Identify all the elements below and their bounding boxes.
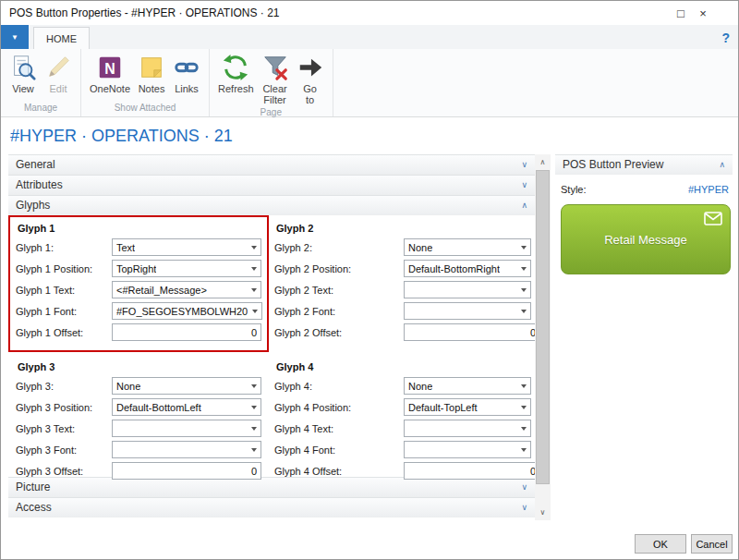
glyph3-font-select[interactable] <box>112 441 261 458</box>
chevron-down-icon <box>516 399 530 415</box>
chevron-down-icon <box>516 442 530 457</box>
refresh-button[interactable]: Refresh <box>214 52 258 96</box>
scrollbar-thumb[interactable] <box>536 170 550 484</box>
glyph3-offset-label: Glyph 3 Offset: <box>16 466 112 477</box>
style-value-link[interactable]: #HYPER <box>688 184 729 195</box>
links-button[interactable]: Links <box>169 52 204 96</box>
chevron-down-icon: ∨ <box>521 503 527 512</box>
window-controls: □ × <box>670 1 714 25</box>
preview-header[interactable]: POS Button Preview ∧ <box>555 154 733 175</box>
glyph4-position-label: Glyph 4 Position: <box>274 402 404 413</box>
view-button-label: View <box>12 83 34 94</box>
glyph4-group: Glyph 4 Glyph 4: None Glyph 4 Position: … <box>273 359 533 485</box>
glyph4-offset-input[interactable] <box>404 462 535 480</box>
glyph2-text-label: Glyph 2 Text: <box>274 285 404 296</box>
glyph1-offset-input[interactable] <box>112 323 261 341</box>
envelope-icon <box>704 212 722 227</box>
onenote-button[interactable]: N OneNote <box>86 52 134 96</box>
refresh-button-label: Refresh <box>218 83 254 94</box>
glyph1-font-select[interactable]: #FO_SEGOESYMBOLWH20 <box>112 302 262 320</box>
glyph3-position-select[interactable]: Default-BottomLeft <box>112 398 261 416</box>
chevron-down-icon <box>247 282 260 298</box>
vertical-scrollbar[interactable]: ∧ ∨ <box>535 154 551 520</box>
notes-button[interactable]: Notes <box>134 52 169 96</box>
chevron-down-icon <box>516 378 530 394</box>
glyph2-position-label: Glyph 2 Position: <box>274 263 404 274</box>
glyph1-position-label: Glyph 1 Position: <box>16 263 112 274</box>
glyph2-heading: Glyph 2 <box>276 223 531 234</box>
onenote-icon: N <box>96 54 124 81</box>
glyph1-text-select[interactable]: <#Retail_Message> <box>112 281 261 298</box>
tab-home[interactable]: HOME <box>33 27 90 49</box>
fasttab-general[interactable]: General ∨ <box>8 154 535 175</box>
glyph1-text-label: Glyph 1 Text: <box>16 285 112 296</box>
glyph3-offset-input[interactable] <box>112 462 261 480</box>
notes-button-label: Notes <box>139 83 165 94</box>
glyph4-position-select[interactable]: Default-TopLeft <box>404 398 531 416</box>
glyph3-position-label: Glyph 3 Position: <box>16 402 112 413</box>
fasttab-access-label: Access <box>16 501 52 514</box>
glyph2-font-label: Glyph 2 Font: <box>274 306 404 317</box>
glyph3-font-label: Glyph 3 Font: <box>16 444 112 456</box>
glyph1-heading: Glyph 1 <box>18 223 261 234</box>
glyph4-text-select[interactable] <box>404 420 531 437</box>
fasttab-general-label: General <box>16 158 55 171</box>
glyph1-group: Glyph 1 Glyph 1: Text Glyph 1 Position: … <box>14 221 263 347</box>
fasttab-attributes-label: Attributes <box>16 178 63 191</box>
glyph3-text-select[interactable] <box>112 420 261 437</box>
glyph4-font-select[interactable] <box>404 441 531 458</box>
chevron-down-icon: ∨ <box>521 180 527 189</box>
help-icon[interactable]: ? <box>721 30 730 45</box>
chevron-down-icon <box>247 378 260 394</box>
view-icon <box>9 54 37 81</box>
chevron-up-icon: ∧ <box>521 201 527 210</box>
glyph1-type-label: Glyph 1: <box>16 242 112 253</box>
titlebar: POS Button Properties - #HYPER · OPERATI… <box>1 1 738 25</box>
fasttab-glyphs[interactable]: Glyphs ∧ <box>8 195 535 215</box>
edit-button[interactable]: Edit <box>41 52 76 96</box>
clear-filter-button[interactable]: Clear Filter <box>258 52 293 107</box>
scroll-up-icon[interactable]: ∧ <box>535 154 551 170</box>
glyph2-type-select[interactable]: None <box>404 238 531 256</box>
cancel-button[interactable]: Cancel <box>691 534 733 554</box>
glyph3-text-label: Glyph 3 Text: <box>16 423 112 434</box>
glyphs-section-body: Glyph 1 Glyph 1: Text Glyph 1 Position: … <box>8 215 535 477</box>
ribbon-group-page: Refresh Clear Filter <box>210 49 333 116</box>
fasttab-attributes[interactable]: Attributes ∨ <box>8 175 535 195</box>
maximize-button[interactable]: □ <box>670 1 692 25</box>
chevron-down-icon <box>247 420 260 436</box>
glyph3-type-select[interactable]: None <box>112 377 261 395</box>
glyph1-type-select[interactable]: Text <box>112 238 261 256</box>
glyph2-offset-label: Glyph 2 Offset: <box>274 327 404 338</box>
close-button[interactable]: × <box>692 1 714 25</box>
glyph1-position-select[interactable]: TopRight <box>112 260 261 277</box>
view-button[interactable]: View <box>6 52 41 96</box>
fasttab-list: General ∨ Attributes ∨ Glyphs ∧ Glyph 1 … <box>8 154 535 518</box>
sticky-note-icon <box>138 54 165 81</box>
glyph3-type-label: Glyph 3: <box>16 381 112 392</box>
glyph2-text-select[interactable] <box>404 281 531 298</box>
glyph4-type-label: Glyph 4: <box>274 381 404 392</box>
glyph4-type-select[interactable]: None <box>404 377 531 395</box>
glyph2-position-select[interactable]: Default-BottomRight <box>404 260 531 277</box>
glyph2-font-select[interactable] <box>404 302 531 320</box>
ribbon-group-page-caption: Page <box>214 107 328 117</box>
goto-button-label: Go to <box>303 83 317 105</box>
ribbon: View Edit Manage <box>1 49 738 117</box>
glyph3-heading: Glyph 3 <box>18 361 261 372</box>
edit-pencil-icon <box>44 54 72 81</box>
fasttab-access[interactable]: Access ∨ <box>8 497 535 517</box>
chevron-down-icon <box>516 303 530 319</box>
scroll-down-icon[interactable]: ∨ <box>535 505 551 520</box>
pos-button-preview-panel: POS Button Preview ∧ Style: #HYPER Retai… <box>555 154 733 274</box>
glyph2-offset-input[interactable] <box>404 323 535 341</box>
goto-button[interactable]: Go to <box>293 52 328 107</box>
glyph2-type-label: Glyph 2: <box>274 242 404 253</box>
ok-button[interactable]: OK <box>635 534 686 554</box>
pos-button-preview: Retail Message <box>561 204 731 274</box>
glyph2-group: Glyph 2 Glyph 2: None Glyph 2 Position: … <box>273 221 533 347</box>
app-menu-button[interactable]: ▼ <box>1 25 29 49</box>
chevron-down-icon <box>247 399 260 415</box>
glyph4-text-label: Glyph 4 Text: <box>274 423 404 434</box>
chevron-down-icon <box>247 442 260 457</box>
